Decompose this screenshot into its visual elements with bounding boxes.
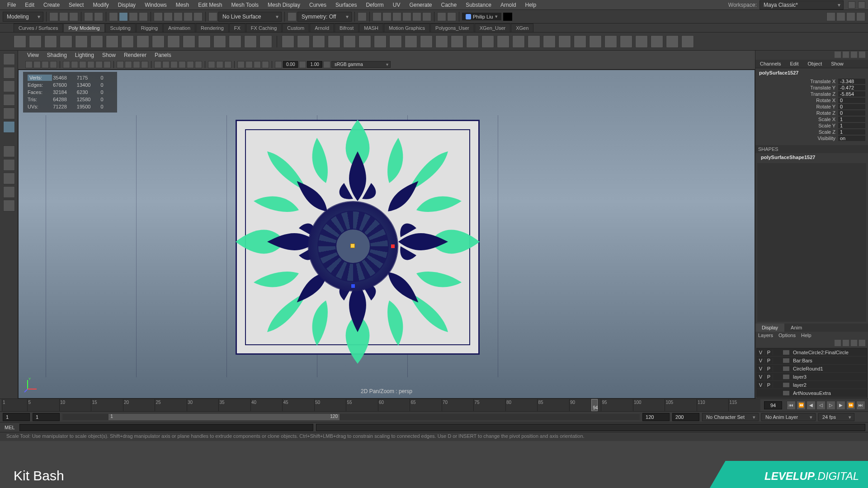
view-icon[interactable] (154, 61, 161, 68)
view-icon[interactable] (125, 61, 132, 68)
go-start-icon[interactable]: ⏮ (787, 401, 796, 410)
poly-sphere-icon[interactable] (14, 35, 26, 48)
live-surface-dropdown[interactable]: No Live Surface (218, 12, 282, 22)
view-icon[interactable] (50, 61, 57, 68)
layout-two-h-icon[interactable] (3, 173, 15, 184)
view-icon[interactable] (224, 61, 231, 68)
svg-icon[interactable] (259, 35, 272, 48)
layer-row[interactable]: VPOrnateCircle2:FinalCircle (757, 348, 867, 357)
menu-modify[interactable]: Modify (88, 1, 113, 9)
scale-manipulator[interactable] (350, 244, 355, 248)
layout-single-icon[interactable] (3, 145, 15, 157)
layer-menu-layers[interactable]: Layers (758, 333, 773, 338)
shelf-tab-xgenuser[interactable]: XGen_User (475, 23, 510, 32)
shelf-tab-fxcaching[interactable]: FX Caching (246, 23, 282, 32)
outliner-icon[interactable] (3, 200, 15, 211)
view-icon[interactable] (141, 61, 148, 68)
render-setup-icon[interactable] (422, 12, 431, 21)
attr-value[interactable]: 0 (838, 104, 865, 109)
chan-object[interactable]: Object (803, 60, 826, 68)
workspace-dropdown[interactable]: Maya Classic* (760, 0, 844, 9)
panel-show[interactable]: Show (102, 52, 116, 58)
layer-row[interactable]: ArtNouveauExtra (757, 389, 867, 397)
rp-icon[interactable] (843, 52, 849, 58)
rp-icon[interactable] (851, 52, 857, 58)
menu-create[interactable]: Create (39, 1, 64, 9)
menu-editmesh[interactable]: Edit Mesh (193, 1, 226, 9)
poly-type-icon[interactable] (244, 35, 257, 48)
layer-tab-display[interactable]: Display (755, 324, 784, 332)
exposure-icon[interactable] (275, 61, 282, 68)
menu-mesh[interactable]: Mesh (171, 1, 193, 9)
step-fwd-icon[interactable]: ▶ (836, 401, 845, 410)
redo-icon[interactable] (94, 12, 103, 21)
symmetry-dropdown[interactable]: Symmetry: Off (297, 12, 352, 22)
menu-edit[interactable]: Edit (20, 1, 39, 9)
toggle-channel-box-icon[interactable] (856, 12, 865, 21)
panel-shading[interactable]: Shading (47, 52, 67, 58)
panel-view[interactable]: View (27, 52, 39, 58)
sculpt-icon[interactable] (512, 35, 525, 48)
menu-deform[interactable]: Deform (361, 1, 388, 9)
command-input[interactable] (19, 424, 313, 431)
poly-cone-icon[interactable] (60, 35, 72, 48)
poly-platonic-icon[interactable] (121, 35, 134, 48)
render-settings-icon[interactable] (392, 12, 401, 21)
layer-row[interactable]: VPlayer2 (757, 381, 867, 389)
select-component-icon[interactable] (139, 12, 148, 21)
layer-menu-help[interactable]: Help (801, 333, 811, 338)
select-mode-icon[interactable] (109, 12, 118, 21)
shelf-tab-fx[interactable]: FX (229, 23, 245, 32)
quad-draw-icon[interactable] (528, 35, 540, 48)
view-icon[interactable] (162, 61, 170, 68)
poly-prism-icon[interactable] (152, 35, 165, 48)
layer-move-up-icon[interactable] (835, 340, 841, 346)
view-icon[interactable] (170, 61, 178, 68)
shelf-icon-d[interactable] (620, 35, 632, 48)
symmetry-icon[interactable] (288, 12, 297, 21)
attr-value[interactable]: -0.472 (838, 85, 865, 90)
manip-x-handle[interactable] (391, 244, 395, 248)
menu-uv[interactable]: UV (388, 1, 405, 9)
view-icon[interactable] (79, 61, 86, 68)
step-back-key-icon[interactable]: ⏪ (797, 401, 806, 410)
panel-renderer[interactable]: Renderer (124, 52, 146, 58)
toggle-modeling-toolkit-icon[interactable] (826, 12, 835, 21)
multicut-icon[interactable] (420, 35, 433, 48)
light-editor-icon[interactable] (412, 12, 421, 21)
menu-file[interactable]: File (3, 1, 20, 9)
play-icon[interactable] (437, 12, 446, 21)
view-icon[interactable] (187, 61, 194, 68)
exposure-value[interactable]: 0.00 (283, 61, 298, 68)
rp-icon[interactable] (835, 52, 841, 58)
snap-point-icon[interactable] (174, 12, 183, 21)
live-toggle-icon[interactable] (208, 12, 217, 21)
color-space-dropdown[interactable]: sRGB gamma (331, 61, 391, 68)
toggle-attribute-editor-icon[interactable] (836, 12, 845, 21)
manip-z-handle[interactable] (351, 284, 355, 288)
shelf-tab-custom[interactable]: Custom (282, 23, 309, 32)
time-slider[interactable]: 1510152025303540455055606570758085909510… (0, 399, 868, 411)
boolean-intersect-icon[interactable] (343, 35, 356, 48)
attr-value[interactable]: 0 (838, 110, 865, 116)
view-icon[interactable] (117, 61, 124, 68)
layout-four-icon[interactable] (3, 159, 15, 171)
current-frame-field[interactable]: 94 (764, 401, 782, 409)
boolean-union-icon[interactable] (312, 35, 325, 48)
poly-cube-icon[interactable] (29, 35, 42, 48)
ipr-icon[interactable] (382, 12, 392, 21)
poly-torus-icon[interactable] (75, 35, 88, 48)
select-tool-icon[interactable] (3, 53, 15, 65)
view-icon[interactable] (216, 61, 223, 68)
open-scene-icon[interactable] (59, 12, 68, 21)
shelf-tab-sculpting[interactable]: Sculpting (105, 23, 136, 32)
poly-disc-icon[interactable] (106, 35, 118, 48)
last-tool-icon[interactable] (3, 121, 15, 133)
layer-new-empty-icon[interactable] (851, 340, 857, 346)
maximize-icon[interactable] (858, 1, 865, 9)
range-end-inner[interactable]: 120 (642, 413, 670, 421)
poly-gear-icon[interactable] (198, 35, 211, 48)
extrude-icon[interactable] (359, 35, 371, 48)
view-icon[interactable] (237, 61, 245, 68)
shelf-icon-c[interactable] (604, 35, 617, 48)
